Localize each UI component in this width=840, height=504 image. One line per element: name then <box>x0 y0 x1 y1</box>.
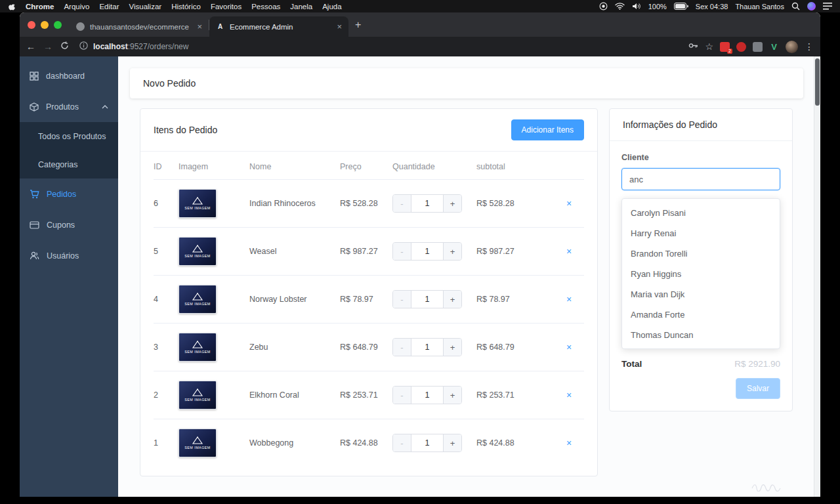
quantity-value[interactable]: 1 <box>411 195 443 212</box>
minimize-window-button[interactable] <box>41 21 49 29</box>
tab-ecommerce-admin[interactable]: A Ecommerce Admin × <box>209 16 348 37</box>
menu-item-janela[interactable]: Janela <box>290 3 312 10</box>
adblock-extension-icon[interactable]: 2 <box>720 42 730 52</box>
quantity-value[interactable]: 1 <box>411 291 443 308</box>
decrease-button[interactable]: - <box>393 387 411 404</box>
quantity-value[interactable]: 1 <box>411 387 443 404</box>
suggestion-item[interactable]: Thomas Duncan <box>622 325 780 345</box>
reload-button[interactable] <box>60 41 69 52</box>
sidebar-item-usuarios[interactable]: Usuários <box>20 240 118 271</box>
clock[interactable]: Sex 04:38 <box>696 3 728 10</box>
increase-button[interactable]: + <box>443 195 461 212</box>
sidebar-item-produtos[interactable]: Produtos <box>20 91 118 122</box>
quantity-stepper: - 1 + <box>392 386 462 404</box>
cell-subtotal: R$ 648.79 <box>476 343 554 352</box>
remove-item-button[interactable]: × <box>566 342 572 352</box>
quantity-value[interactable]: 1 <box>411 243 443 260</box>
increase-button[interactable]: + <box>443 243 461 260</box>
save-button[interactable]: Salvar <box>736 378 780 399</box>
wifi-icon[interactable] <box>615 3 625 10</box>
main-area: Novo Pedido Itens do Pedido Adicionar It… <box>118 56 820 497</box>
cell-name: Elkhorn Coral <box>249 390 340 400</box>
new-tab-button[interactable]: + <box>355 19 361 31</box>
increase-button[interactable]: + <box>443 387 461 404</box>
decrease-button[interactable]: - <box>393 434 411 452</box>
menu-item-pessoas[interactable]: Pessoas <box>251 3 280 10</box>
suggestion-item[interactable]: Maria van Dijk <box>622 284 780 304</box>
extension-icon[interactable] <box>753 42 763 52</box>
siri-icon[interactable] <box>807 2 816 10</box>
suggestion-item[interactable]: Amanda Forte <box>622 304 780 325</box>
menu-item-editar[interactable]: Editar <box>99 3 119 10</box>
suggestion-item[interactable]: Ryan Higgins <box>622 264 780 284</box>
add-items-button[interactable]: Adicionar Itens <box>511 119 584 140</box>
tab-close-icon[interactable]: × <box>337 22 342 32</box>
quantity-stepper: - 1 + <box>392 290 462 308</box>
suggestion-item[interactable]: Rosanne van der Meij <box>622 345 780 349</box>
sidebar-item-categorias[interactable]: Categorias <box>20 150 118 178</box>
battery-icon <box>674 3 688 10</box>
suggestion-item[interactable]: Harry Renai <box>622 223 780 243</box>
remove-item-button[interactable]: × <box>566 438 572 448</box>
increase-button[interactable]: + <box>443 291 461 308</box>
col-image: Imagem <box>178 162 249 171</box>
sidebar-item-cupons[interactable]: Cupons <box>20 209 118 240</box>
bookmark-star-icon[interactable]: ☆ <box>705 41 713 52</box>
suggestion-item[interactable]: Brandon Torelli <box>622 243 780 264</box>
forward-button[interactable]: → <box>43 41 52 52</box>
scrollbar-thumb[interactable] <box>815 58 820 106</box>
product-thumbnail: SEM IMAGEM <box>178 381 217 410</box>
decrease-button[interactable]: - <box>393 195 411 212</box>
vue-devtools-icon[interactable]: V <box>769 42 779 52</box>
profile-avatar[interactable] <box>786 41 798 53</box>
quantity-value[interactable]: 1 <box>411 339 443 356</box>
suggestion-item[interactable]: Carolyn Pisani <box>622 203 780 223</box>
password-key-icon[interactable] <box>688 41 698 52</box>
cell-id: 3 <box>154 343 178 352</box>
browser-window: thauansantosdev/ecommerce × A Ecommerce … <box>20 12 820 497</box>
quantity-value[interactable]: 1 <box>411 434 443 452</box>
tab-close-icon[interactable]: × <box>197 22 202 32</box>
sidebar-item-todos-os-produtos[interactable]: Todos os Produtos <box>20 122 118 150</box>
sidebar-item-dashboard[interactable]: dashboard <box>20 60 118 91</box>
sidebar-item-pedidos[interactable]: Pedidos <box>20 178 118 209</box>
browser-menu-dots-icon[interactable]: ⋮ <box>805 41 814 52</box>
apple-icon[interactable] <box>8 2 16 10</box>
increase-button[interactable]: + <box>443 434 461 452</box>
quantity-stepper: - 1 + <box>392 434 462 452</box>
menu-item-arquivo[interactable]: Arquivo <box>64 3 89 10</box>
increase-button[interactable]: + <box>443 339 461 356</box>
menu-item-visualizar[interactable]: Visualizar <box>129 3 162 10</box>
menu-item-favoritos[interactable]: Favoritos <box>211 3 242 10</box>
abp-extension-icon[interactable] <box>736 42 746 52</box>
back-button[interactable]: ← <box>26 41 35 52</box>
cell-subtotal: R$ 78.97 <box>476 295 554 304</box>
decrease-button[interactable]: - <box>393 243 411 260</box>
remove-item-button[interactable]: × <box>566 198 572 209</box>
menu-item-chrome[interactable]: Chrome <box>26 3 54 10</box>
remove-item-button[interactable]: × <box>566 390 572 400</box>
user-name[interactable]: Thauan Santos <box>735 3 784 10</box>
tab-github[interactable]: thauansantosdev/ecommerce × <box>70 16 209 37</box>
notification-list-icon[interactable] <box>823 3 832 10</box>
remove-item-button[interactable]: × <box>566 246 572 257</box>
maximize-window-button[interactable] <box>54 21 62 29</box>
search-icon[interactable] <box>791 2 800 10</box>
cell-price: R$ 528.28 <box>340 199 392 208</box>
page-info-icon[interactable] <box>79 41 88 52</box>
browser-toolbar: ← → localhost:9527/orders/new ☆ 2 V ⋮ <box>20 37 820 56</box>
product-thumbnail: SEM IMAGEM <box>178 429 217 457</box>
client-input[interactable] <box>621 168 780 190</box>
menu-item-historico[interactable]: Histórico <box>171 3 201 10</box>
menu-item-ajuda[interactable]: Ajuda <box>322 3 341 10</box>
url-bar[interactable]: localhost:9527/orders/new <box>77 41 681 52</box>
screen-record-icon[interactable] <box>599 2 608 10</box>
coupon-icon <box>30 221 39 229</box>
decrease-button[interactable]: - <box>393 291 411 308</box>
decrease-button[interactable]: - <box>393 339 411 356</box>
product-thumbnail: SEM IMAGEM <box>178 237 217 266</box>
volume-icon[interactable] <box>632 3 641 10</box>
remove-item-button[interactable]: × <box>566 294 572 304</box>
tab-strip: thauansantosdev/ecommerce × A Ecommerce … <box>20 12 820 37</box>
close-window-button[interactable] <box>28 21 35 29</box>
